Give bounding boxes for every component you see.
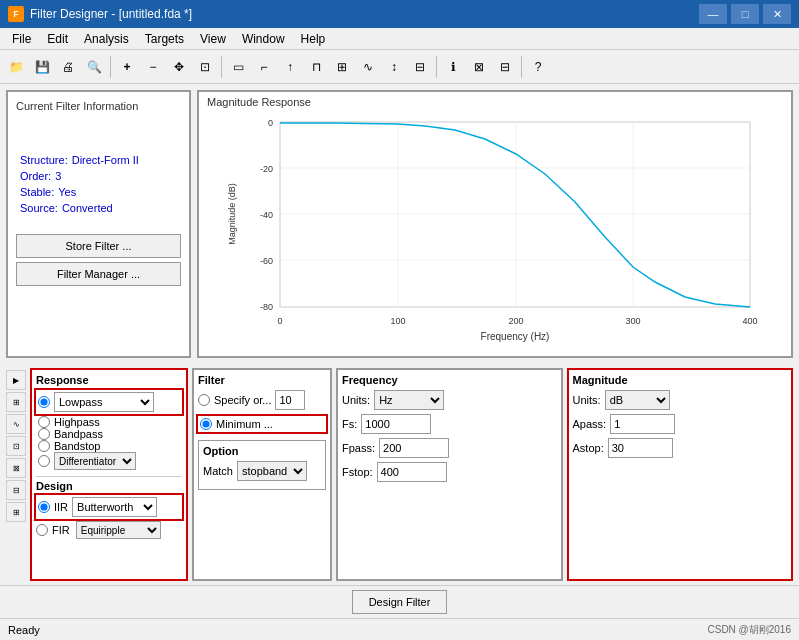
menu-window[interactable]: Window — [234, 30, 293, 48]
menu-view[interactable]: View — [192, 30, 234, 48]
apass-input[interactable] — [610, 414, 675, 434]
menu-targets[interactable]: Targets — [137, 30, 192, 48]
side-btn-3[interactable]: ∿ — [6, 414, 26, 434]
menu-bar: File Edit Analysis Targets View Window H… — [0, 28, 799, 50]
fpass-input[interactable] — [379, 438, 449, 458]
toolbar-grid[interactable]: ⊞ — [330, 55, 354, 79]
filter-info-title: Current Filter Information — [16, 100, 181, 112]
option-title: Option — [203, 445, 321, 457]
frequency-panel: Frequency Units: Hz Fs: Fpass: Fstop: — [336, 368, 563, 581]
mag-units-row: Units: dB — [573, 390, 788, 410]
toolbar-save[interactable]: 💾 — [30, 55, 54, 79]
toolbar-pan[interactable]: ✥ — [167, 55, 191, 79]
toolbar-wave[interactable]: ∿ — [356, 55, 380, 79]
lowpass-radio[interactable] — [38, 396, 50, 408]
structure-row: Structure: Direct-Form II — [20, 154, 177, 166]
bandstop-row: Bandstop — [38, 440, 182, 452]
frequency-title: Frequency — [342, 374, 557, 386]
svg-text:100: 100 — [390, 316, 405, 326]
window-title: Filter Designer - [untitled.fda *] — [30, 7, 192, 21]
iir-radio[interactable] — [38, 501, 50, 513]
fir-row: FIR Equiripple — [36, 521, 182, 539]
fir-radio[interactable] — [36, 524, 48, 536]
toolbar-zoom[interactable]: 🔍 — [82, 55, 106, 79]
match-select[interactable]: stopband — [237, 461, 307, 481]
filter-title: Filter — [198, 374, 326, 386]
toolbar-box[interactable]: ⊓ — [304, 55, 328, 79]
toolbar-edge[interactable]: ⊟ — [408, 55, 432, 79]
differentiator-row: Differentiator — [38, 452, 182, 470]
fpass-label: Fpass: — [342, 442, 375, 454]
highpass-radio[interactable] — [38, 416, 50, 428]
bandpass-radio[interactable] — [38, 428, 50, 440]
stable-value: Yes — [58, 186, 76, 198]
plot-content: 0 -20 -40 -60 -80 0 100 200 300 400 Magn… — [199, 112, 791, 352]
filter-manager-button[interactable]: Filter Manager ... — [16, 262, 181, 286]
toolbar-print[interactable]: 🖨 — [56, 55, 80, 79]
lowpass-select[interactable]: Lowpass — [54, 392, 154, 412]
bandstop-radio[interactable] — [38, 440, 50, 452]
menu-help[interactable]: Help — [293, 30, 334, 48]
freq-units-select[interactable]: Hz — [374, 390, 444, 410]
toolbar-separator-2 — [221, 56, 222, 78]
bottom-section: ▶ ⊞ ∿ ⊡ ⊠ ⊟ ⊞ Response Lowpass — [0, 364, 799, 585]
toolbar-separator-3 — [436, 56, 437, 78]
toolbar-rect[interactable]: ▭ — [226, 55, 250, 79]
side-btn-6[interactable]: ⊟ — [6, 480, 26, 500]
toolbar-info[interactable]: ℹ — [441, 55, 465, 79]
close-button[interactable]: ✕ — [763, 4, 791, 24]
toolbar-updown[interactable]: ↕ — [382, 55, 406, 79]
minimize-button[interactable]: — — [699, 4, 727, 24]
minimum-row: Minimum ... — [200, 418, 324, 430]
source-row: Source: Converted — [20, 202, 177, 214]
store-filter-button[interactable]: Store Filter ... — [16, 234, 181, 258]
top-section: Current Filter Information Structure: Di… — [0, 84, 799, 364]
iir-method-select[interactable]: Butterworth — [72, 497, 157, 517]
side-btn-7[interactable]: ⊞ — [6, 502, 26, 522]
minimum-radio[interactable] — [200, 418, 212, 430]
toolbar-zoomout[interactable]: − — [141, 55, 165, 79]
specify-value-input[interactable] — [275, 390, 305, 410]
toolbar-fit[interactable]: ⊡ — [193, 55, 217, 79]
side-btn-1[interactable]: ▶ — [6, 370, 26, 390]
status-bar: Ready CSDN @胡刚2016 — [0, 618, 799, 640]
toolbar-bounds[interactable]: ⊠ — [467, 55, 491, 79]
svg-text:300: 300 — [625, 316, 640, 326]
toolbar-open[interactable]: 📁 — [4, 55, 28, 79]
mag-units-label: Units: — [573, 394, 601, 406]
fs-input[interactable] — [361, 414, 431, 434]
bandpass-label: Bandpass — [54, 428, 103, 440]
differentiator-radio[interactable] — [38, 455, 50, 467]
menu-edit[interactable]: Edit — [39, 30, 76, 48]
fir-method-select[interactable]: Equiripple — [76, 521, 161, 539]
side-btn-2[interactable]: ⊞ — [6, 392, 26, 412]
response-title: Response — [36, 374, 182, 386]
minimum-option-group: Minimum ... — [198, 416, 326, 432]
toolbar-minimize[interactable]: ⊟ — [493, 55, 517, 79]
astop-label: Astop: — [573, 442, 604, 454]
side-toolbar: ▶ ⊞ ∿ ⊡ ⊠ ⊟ ⊞ — [6, 368, 26, 581]
side-btn-5[interactable]: ⊠ — [6, 458, 26, 478]
mag-units-select[interactable]: dB — [605, 390, 670, 410]
menu-analysis[interactable]: Analysis — [76, 30, 137, 48]
plot-title: Magnitude Response — [199, 92, 791, 112]
astop-input[interactable] — [608, 438, 673, 458]
lowpass-radio-row: Lowpass — [38, 392, 180, 412]
menu-file[interactable]: File — [4, 30, 39, 48]
toolbar-arrow-up[interactable]: ↑ — [278, 55, 302, 79]
maximize-button[interactable]: □ — [731, 4, 759, 24]
specify-radio[interactable] — [198, 394, 210, 406]
svg-text:200: 200 — [508, 316, 523, 326]
app-icon: F — [8, 6, 24, 22]
toolbar-help[interactable]: ? — [526, 55, 550, 79]
differentiator-select[interactable]: Differentiator — [54, 452, 136, 470]
toolbar-zoomin[interactable]: + — [115, 55, 139, 79]
fstop-input[interactable] — [377, 462, 447, 482]
design-filter-button[interactable]: Design Filter — [352, 590, 448, 614]
magnitude-panel: Magnitude Units: dB Apass: Astop: — [567, 368, 794, 581]
side-btn-4[interactable]: ⊡ — [6, 436, 26, 456]
svg-text:-60: -60 — [260, 256, 273, 266]
freq-units-label: Units: — [342, 394, 370, 406]
toolbar-step[interactable]: ⌐ — [252, 55, 276, 79]
apass-row: Apass: — [573, 414, 788, 434]
